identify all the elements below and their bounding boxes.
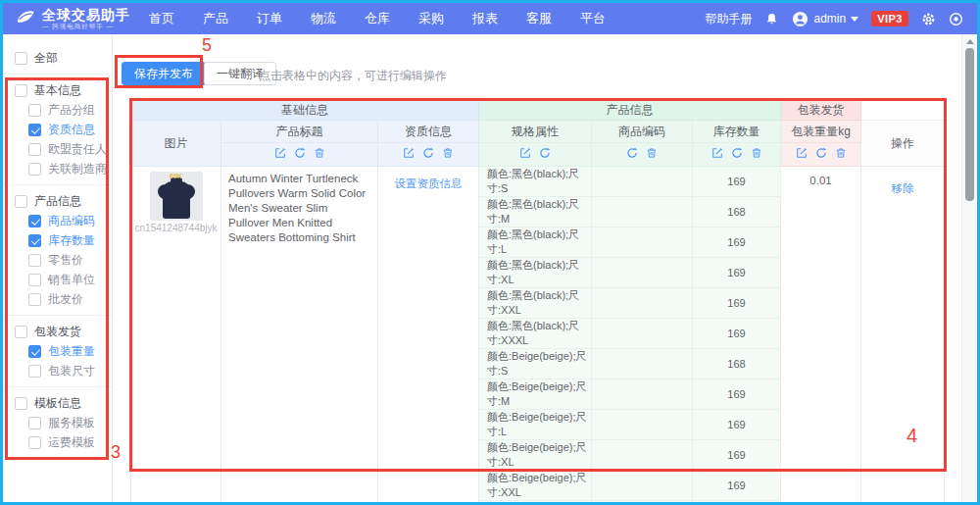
- checkbox[interactable]: [15, 84, 27, 97]
- delete-icon[interactable]: [646, 147, 658, 159]
- sku-spec-cell[interactable]: 颜色:黑色(black);尺寸:XXXL: [479, 319, 592, 349]
- sku-spec-cell[interactable]: 颜色:黑色(black);尺寸:S: [479, 167, 592, 197]
- product-image[interactable]: 69K: [150, 172, 203, 221]
- sidebar-item-产品分组[interactable]: 产品分组: [3, 100, 112, 120]
- sku-stock-cell[interactable]: 168: [693, 349, 781, 379]
- sku-stock-cell[interactable]: 169: [693, 227, 781, 258]
- sidebar-item-包装重量[interactable]: 包装重量: [3, 341, 112, 361]
- sku-code-cell[interactable]: [592, 501, 693, 503]
- checkbox[interactable]: [28, 417, 41, 429]
- checkbox[interactable]: [15, 195, 27, 208]
- refresh-icon[interactable]: [539, 147, 551, 159]
- nav-item-产品[interactable]: 产品: [200, 10, 231, 27]
- checkbox[interactable]: [28, 215, 41, 227]
- checkbox[interactable]: [28, 124, 41, 136]
- sidebar-item-包装发货[interactable]: 包装发货: [3, 322, 112, 341]
- nav-item-采购[interactable]: 采购: [416, 10, 447, 27]
- nav-item-仓库[interactable]: 仓库: [362, 10, 393, 27]
- edit-icon[interactable]: [403, 147, 415, 159]
- vertical-scrollbar[interactable]: [961, 34, 977, 502]
- sku-stock-cell[interactable]: 169: [693, 379, 781, 410]
- checkbox[interactable]: [28, 345, 41, 358]
- refresh-icon[interactable]: [815, 147, 827, 159]
- sku-code-cell[interactable]: [592, 288, 693, 319]
- sku-code-cell[interactable]: [592, 471, 693, 501]
- checkbox[interactable]: [28, 293, 41, 306]
- sku-spec-cell[interactable]: 颜色:黑色(black);尺寸:XL: [479, 258, 592, 288]
- sidebar-item-商品编码[interactable]: 商品编码: [3, 211, 112, 230]
- sku-stock-cell[interactable]: 168: [693, 197, 781, 227]
- sku-stock-cell[interactable]: 169: [693, 471, 781, 501]
- sidebar-item-模板信息[interactable]: 模板信息: [3, 393, 112, 413]
- sku-stock-cell[interactable]: 169: [693, 288, 781, 319]
- sku-spec-cell[interactable]: 颜色:Beige(beige);尺寸:XXL: [479, 471, 592, 501]
- checkbox[interactable]: [28, 436, 41, 449]
- app-logo[interactable]: 全球交易助手 — 跨境电商好帮手 —: [3, 6, 130, 31]
- checkbox[interactable]: [15, 397, 27, 410]
- sidebar-item-欧盟责任人[interactable]: 欧盟责任人: [3, 139, 112, 159]
- sku-code-cell[interactable]: [592, 227, 693, 258]
- checkbox[interactable]: [28, 234, 41, 247]
- set-qualification-link[interactable]: 设置资质信息: [378, 167, 478, 191]
- sku-spec-cell[interactable]: 颜色:黑色(black);尺寸:L: [479, 227, 592, 258]
- sidebar-item-资质信息[interactable]: 资质信息: [3, 120, 112, 139]
- scroll-up-arrow-icon[interactable]: [966, 39, 974, 44]
- sidebar-item-销售单位[interactable]: 销售单位: [3, 270, 112, 289]
- refresh-icon[interactable]: [731, 147, 743, 159]
- help-circle-icon[interactable]: [949, 12, 963, 26]
- refresh-icon[interactable]: [422, 147, 434, 159]
- sidebar-item-关联制造商[interactable]: 关联制造商: [3, 159, 112, 178]
- vip-badge[interactable]: VIP3: [871, 11, 908, 26]
- remove-link[interactable]: 移除: [861, 167, 944, 196]
- sku-spec-cell[interactable]: 颜色:Beige(beige);尺寸:XL: [479, 440, 592, 471]
- help-manual-link[interactable]: 帮助手册: [705, 11, 752, 27]
- checkbox[interactable]: [28, 143, 41, 156]
- gear-icon[interactable]: [921, 12, 936, 26]
- sidebar-item-全部[interactable]: 全部: [3, 48, 112, 68]
- checkbox[interactable]: [28, 163, 41, 176]
- nav-item-客服[interactable]: 客服: [523, 10, 555, 27]
- checkbox[interactable]: [28, 274, 41, 286]
- edit-icon[interactable]: [519, 147, 531, 159]
- user-menu[interactable]: admin: [792, 11, 858, 27]
- save-publish-button[interactable]: 保存并发布: [122, 62, 206, 85]
- edit-icon[interactable]: [711, 147, 723, 159]
- checkbox[interactable]: [28, 254, 41, 267]
- sidebar-item-零售价[interactable]: 零售价: [3, 250, 112, 270]
- checkbox[interactable]: [28, 365, 41, 378]
- sku-stock-cell[interactable]: 169: [693, 440, 781, 471]
- sku-spec-cell[interactable]: 颜色:黑色(black);尺寸:M: [479, 197, 592, 227]
- delete-icon[interactable]: [835, 147, 847, 159]
- refresh-icon[interactable]: [294, 147, 306, 159]
- sku-code-cell[interactable]: [592, 440, 693, 471]
- sku-stock-cell[interactable]: 169: [693, 319, 781, 349]
- nav-item-订单[interactable]: 订单: [254, 10, 285, 27]
- sku-spec-cell[interactable]: 颜色:Beige(beige);尺寸:S: [479, 349, 592, 379]
- sidebar-item-产品信息[interactable]: 产品信息: [3, 191, 112, 211]
- delete-icon[interactable]: [442, 147, 454, 159]
- sidebar-item-基本信息[interactable]: 基本信息: [3, 80, 112, 100]
- nav-item-物流[interactable]: 物流: [308, 10, 339, 27]
- sku-spec-cell[interactable]: 颜色:Beige(beige);尺寸:M: [479, 379, 592, 410]
- sku-spec-cell[interactable]: 颜色:Beige(beige);尺寸:XXXL: [479, 501, 592, 503]
- sidebar-item-库存数量[interactable]: 库存数量: [3, 230, 112, 250]
- delete-icon[interactable]: [751, 147, 762, 159]
- sidebar-item-批发价[interactable]: 批发价: [3, 289, 112, 309]
- checkbox[interactable]: [15, 326, 27, 338]
- nav-item-首页[interactable]: 首页: [146, 10, 177, 27]
- sidebar-item-包装尺寸[interactable]: 包装尺寸: [3, 361, 112, 380]
- sku-code-cell[interactable]: [592, 349, 693, 379]
- sku-spec-cell[interactable]: 颜色:Beige(beige);尺寸:L: [479, 410, 592, 440]
- sidebar-item-运费模板[interactable]: 运费模板: [3, 432, 112, 452]
- sku-stock-cell[interactable]: 169: [693, 167, 781, 197]
- delete-icon[interactable]: [314, 147, 325, 159]
- edit-icon[interactable]: [796, 147, 808, 159]
- sku-code-cell[interactable]: [592, 258, 693, 288]
- sku-code-cell[interactable]: [592, 379, 693, 410]
- bell-icon[interactable]: [764, 12, 779, 26]
- checkbox[interactable]: [15, 52, 27, 65]
- sku-code-cell[interactable]: [592, 197, 693, 227]
- refresh-icon[interactable]: [626, 147, 638, 159]
- product-title-cell[interactable]: Autumn Winter Turtleneck Pullovers Warm …: [221, 167, 378, 503]
- sku-spec-cell[interactable]: 颜色:黑色(black);尺寸:XXL: [479, 288, 592, 319]
